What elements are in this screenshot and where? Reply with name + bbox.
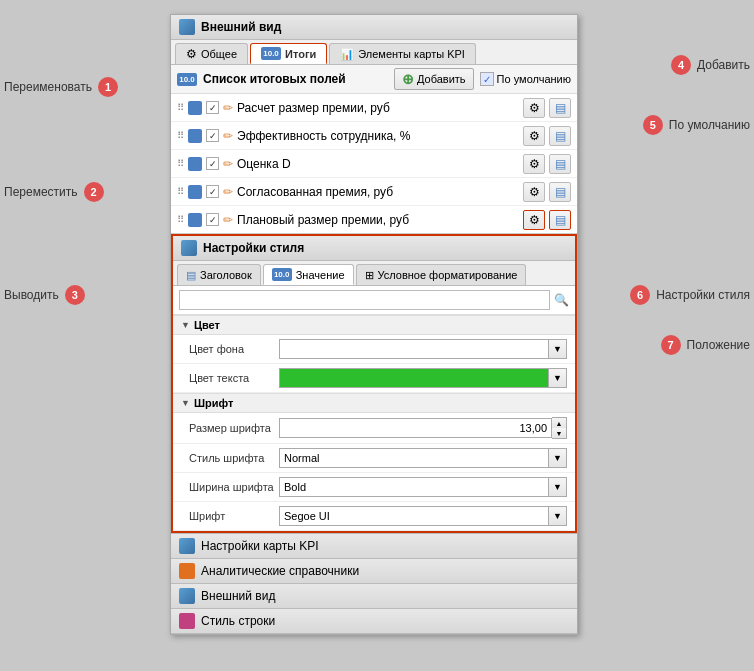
item-text-1: Расчет размер премии, руб bbox=[237, 101, 519, 115]
drag-handle[interactable]: ⠿ bbox=[177, 130, 184, 141]
drag-handle[interactable]: ⠿ bbox=[177, 186, 184, 197]
font-family-label: Шрифт bbox=[189, 510, 279, 522]
text-color-dropdown[interactable]: ▼ bbox=[549, 368, 567, 388]
accordion-kpi-header[interactable]: Настройки карты KPI bbox=[171, 534, 577, 558]
accordion-analytics: Аналитические справочники bbox=[171, 559, 577, 584]
item-text-4: Согласованная премия, руб bbox=[237, 185, 519, 199]
item-icon bbox=[188, 129, 202, 143]
list-item: ⠿ ✏ Расчет размер премии, руб ⚙ ▤ bbox=[171, 94, 577, 122]
style-tab-header-label: Заголовок bbox=[200, 269, 252, 281]
item-settings-btn-4[interactable]: ⚙ bbox=[523, 182, 545, 202]
font-section: ▼ Шрифт Размер шрифта ▲ ▼ Стиль шрифта bbox=[173, 393, 575, 531]
font-size-label: Размер шрифта bbox=[189, 422, 279, 434]
collapse-icon[interactable]: ▼ bbox=[181, 320, 190, 330]
annotation-badge-3: 3 bbox=[65, 285, 85, 305]
text-color-value: ▼ bbox=[279, 368, 567, 388]
style-tab-value[interactable]: 10.0 Значение bbox=[263, 264, 354, 285]
font-style-row: Стиль шрифта Normal ▼ bbox=[173, 444, 575, 473]
tab-general[interactable]: ⚙ Общее bbox=[175, 43, 248, 64]
font-weight-label: Ширина шрифта bbox=[189, 481, 279, 493]
item-checkbox-4[interactable] bbox=[206, 185, 219, 198]
font-section-label: Шрифт bbox=[194, 397, 233, 409]
item-settings-btn-1[interactable]: ⚙ bbox=[523, 98, 545, 118]
analytics-icon bbox=[179, 563, 195, 579]
text-color-row: Цвет текста ▼ bbox=[173, 364, 575, 393]
item-layout-btn-2[interactable]: ▤ bbox=[549, 126, 571, 146]
bg-color-dropdown[interactable]: ▼ bbox=[549, 339, 567, 359]
item-checkbox-5[interactable] bbox=[206, 213, 219, 226]
font-family-value: Segoe UI ▼ bbox=[279, 506, 567, 526]
style-tab-conditional[interactable]: ⊞ Условное форматирование bbox=[356, 264, 527, 285]
drag-handle[interactable]: ⠿ bbox=[177, 158, 184, 169]
edit-icon: ✏ bbox=[223, 129, 233, 143]
item-settings-btn-3[interactable]: ⚙ bbox=[523, 154, 545, 174]
text-color-box[interactable] bbox=[279, 368, 549, 388]
item-actions-1: ⚙ ▤ bbox=[523, 98, 571, 118]
annotation-position-label: Положение bbox=[687, 338, 750, 352]
plus-icon: ⊕ bbox=[402, 71, 414, 87]
accordion-row-style-label: Стиль строки bbox=[201, 614, 275, 628]
item-icon bbox=[188, 213, 202, 227]
annotation-default-label: По умолчанию bbox=[669, 118, 750, 132]
item-settings-btn-5[interactable]: ⚙ bbox=[523, 210, 545, 230]
search-icon: 🔍 bbox=[554, 293, 569, 307]
item-checkbox-3[interactable] bbox=[206, 157, 219, 170]
appearance-icon bbox=[179, 588, 195, 604]
search-input[interactable] bbox=[179, 290, 550, 310]
annotation-move: Переместить 2 bbox=[4, 182, 104, 202]
style-tab-header[interactable]: ▤ Заголовок bbox=[177, 264, 261, 285]
add-field-button[interactable]: ⊕ Добавить bbox=[394, 68, 474, 90]
item-checkbox-1[interactable] bbox=[206, 101, 219, 114]
panel-title: Внешний вид bbox=[171, 15, 577, 40]
tab-results-label: Итоги bbox=[285, 48, 316, 60]
search-bar: 🔍 bbox=[173, 286, 575, 315]
accordion-row-style-header[interactable]: Стиль строки bbox=[171, 609, 577, 633]
tab-kpi[interactable]: 📊 Элементы карты KPI bbox=[329, 43, 476, 64]
item-layout-btn-3[interactable]: ▤ bbox=[549, 154, 571, 174]
item-layout-btn-5[interactable]: ▤ bbox=[549, 210, 571, 230]
font-weight-value: Bold ▼ bbox=[279, 477, 567, 497]
panel-title-text: Внешний вид bbox=[201, 20, 281, 34]
annotation-badge-2: 2 bbox=[84, 182, 104, 202]
style-panel-icon bbox=[181, 240, 197, 256]
item-actions-3: ⚙ ▤ bbox=[523, 154, 571, 174]
drag-handle[interactable]: ⠿ bbox=[177, 102, 184, 113]
style-tab-conditional-label: Условное форматирование bbox=[378, 269, 518, 281]
tab-results[interactable]: 10.0 Итоги bbox=[250, 43, 327, 64]
item-layout-btn-4[interactable]: ▤ bbox=[549, 182, 571, 202]
item-checkbox-2[interactable] bbox=[206, 129, 219, 142]
font-family-dropdown[interactable]: ▼ bbox=[549, 506, 567, 526]
font-family-select[interactable]: Segoe UI bbox=[279, 506, 549, 526]
value-tab-icon: 10.0 bbox=[272, 268, 292, 281]
accordion-appearance: Внешний вид bbox=[171, 584, 577, 609]
font-weight-select[interactable]: Bold bbox=[279, 477, 549, 497]
accordion-kpi: Настройки карты KPI bbox=[171, 534, 577, 559]
annotation-badge-1: 1 bbox=[98, 77, 118, 97]
font-size-spinner: ▲ ▼ bbox=[552, 417, 567, 439]
accordion-row-style: Стиль строки bbox=[171, 609, 577, 634]
item-settings-btn-2[interactable]: ⚙ bbox=[523, 126, 545, 146]
accordion-analytics-header[interactable]: Аналитические справочники bbox=[171, 559, 577, 583]
collapse-icon[interactable]: ▼ bbox=[181, 398, 190, 408]
bg-color-row: Цвет фона ▼ bbox=[173, 335, 575, 364]
default-button[interactable]: ✓ По умолчанию bbox=[480, 72, 571, 86]
accordion-analytics-label: Аналитические справочники bbox=[201, 564, 359, 578]
bg-color-label: Цвет фона bbox=[189, 343, 279, 355]
drag-handle[interactable]: ⠿ bbox=[177, 214, 184, 225]
font-style-text: Normal bbox=[284, 452, 319, 464]
font-style-dropdown[interactable]: ▼ bbox=[549, 448, 567, 468]
bg-color-box[interactable] bbox=[279, 339, 549, 359]
item-layout-btn-1[interactable]: ▤ bbox=[549, 98, 571, 118]
font-weight-dropdown[interactable]: ▼ bbox=[549, 477, 567, 497]
annotation-rename-label: Переименовать bbox=[4, 80, 92, 94]
bg-color-value: ▼ bbox=[279, 339, 567, 359]
item-actions-5: ⚙ ▤ bbox=[523, 210, 571, 230]
font-size-input[interactable] bbox=[279, 418, 552, 438]
spin-up[interactable]: ▲ bbox=[552, 418, 566, 428]
accordion-kpi-label: Настройки карты KPI bbox=[201, 539, 319, 553]
add-field-label: Добавить bbox=[417, 73, 466, 85]
font-style-select[interactable]: Normal bbox=[279, 448, 549, 468]
accordion-appearance-header[interactable]: Внешний вид bbox=[171, 584, 577, 608]
annotation-style: 6 Настройки стиля bbox=[630, 285, 750, 305]
spin-down[interactable]: ▼ bbox=[552, 428, 566, 438]
